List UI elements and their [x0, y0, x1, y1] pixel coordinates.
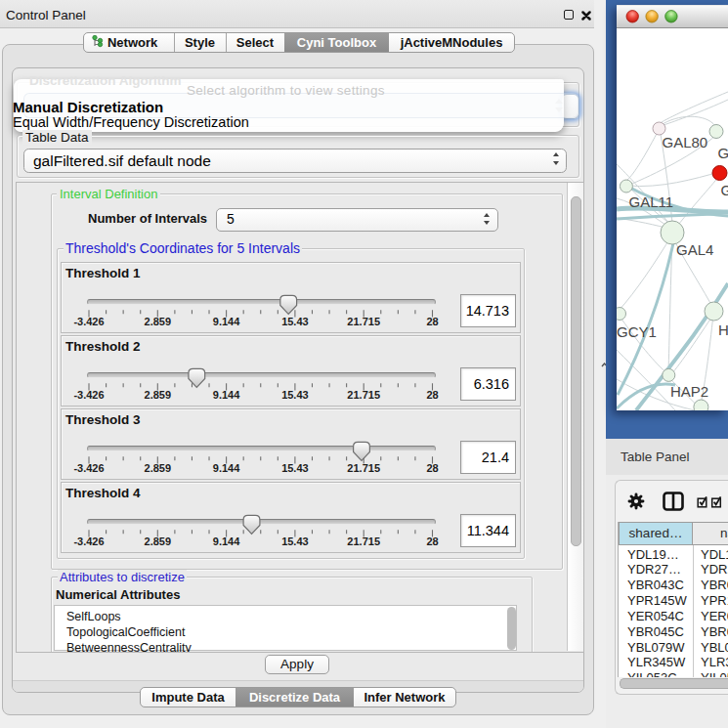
svg-text:GCY1: GCY1	[617, 323, 657, 340]
svg-text:GAL11: GAL11	[629, 193, 674, 210]
svg-text:HIS: HIS	[718, 321, 728, 338]
svg-text:GAL: GAL	[718, 145, 728, 161]
svg-text:GAL80: GAL80	[663, 134, 708, 150]
svg-text:GAL4: GAL4	[676, 241, 713, 258]
svg-text:HAP2: HAP2	[670, 383, 708, 400]
svg-text:GA: GA	[721, 182, 728, 198]
